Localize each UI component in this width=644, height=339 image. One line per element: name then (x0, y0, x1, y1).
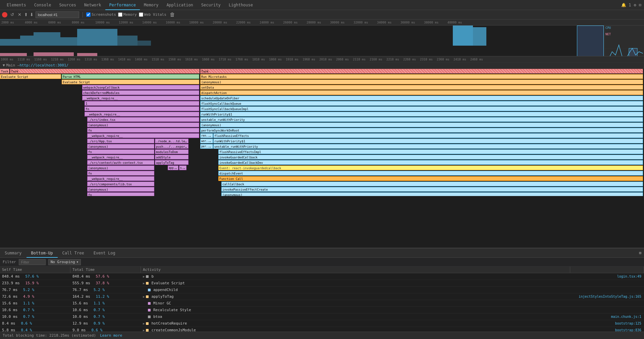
anon-bar2[interactable]: (anonymous) (87, 123, 199, 127)
check-deferred-bar[interactable]: checkDeferredModules (82, 90, 199, 95)
run-with-prio-bar[interactable]: runWithPriority$1 (200, 112, 643, 116)
perform-sync-bar[interactable]: performSyncWorkOnRoot (200, 128, 643, 133)
webpack-require-bar[interactable]: __webpack_require__ (82, 96, 199, 100)
thread-url[interactable]: http://localhost:3001/ (19, 63, 68, 67)
evaluate-script-bar[interactable]: Evaluate Script (0, 74, 61, 79)
panel-resize[interactable]: ⊡ (639, 251, 644, 255)
add-style-bar[interactable]: addStyle (155, 155, 189, 159)
run-with-prio2-bar[interactable]: runWithPriority$1 (213, 139, 643, 143)
flush-passive-bar[interactable]: flushPassiveEffects (213, 133, 643, 138)
src-app-bar[interactable]: ./src/App.tsx (87, 139, 154, 143)
tab-application[interactable]: Application (162, 0, 197, 10)
download-button[interactable]: ⬇ (30, 12, 34, 17)
tab-call-tree[interactable]: Call Tree (58, 248, 89, 258)
push-exports-bar[interactable]: push.../...exports (155, 144, 189, 149)
run-microtasks-bar[interactable]: Run Microtasks (200, 74, 643, 79)
expand-arrow[interactable]: ▶ (143, 329, 145, 332)
call-callback-bar[interactable]: callCallback (221, 182, 643, 186)
modules-dom-bar[interactable]: modulesToDom (155, 149, 189, 154)
expand-arrow[interactable]: ▶ (143, 322, 145, 325)
tab-bottom-up[interactable]: Bottom-Up (26, 248, 58, 258)
invoke-guarded-dev-bar[interactable]: invokeGuardedCallbackDev (218, 160, 643, 165)
flush-sync-bar[interactable]: flushSyncCallbackQueue (200, 101, 643, 106)
webpack-req4-bar[interactable]: __webpack_require__ (87, 155, 154, 159)
link-cell[interactable]: login.tsx:49 (570, 274, 644, 279)
flush-sync-impl-bar[interactable]: flushSyncCallbackQueueImpl (200, 106, 643, 111)
source-link[interactable]: login.tsx:49 (617, 275, 641, 278)
link-cell[interactable]: bootstrap:836 (570, 328, 644, 332)
lib-tsx-bar[interactable]: ./src/components/lib.tsx (87, 182, 154, 186)
link-cell[interactable]: main.chunk.js:1 (570, 314, 644, 319)
expand-arrow[interactable]: ▶ (143, 282, 145, 285)
tab-memory[interactable]: Memory (140, 0, 162, 10)
timeline-overview[interactable]: 2000 ms 4000 ms 6000 ms 8000 ms 10000 ms… (0, 19, 644, 56)
dock-icon[interactable]: ⊡ (639, 3, 641, 7)
eval-script-bar2[interactable]: Evaluate Script (62, 80, 199, 84)
upload-button[interactable]: ⬆ (24, 12, 28, 17)
settings-icon[interactable]: ⚙ (634, 3, 636, 7)
wor-inc-bar[interactable]: wor...inc (200, 139, 213, 143)
fn-bar2[interactable]: fn (87, 128, 199, 133)
record-button[interactable] (2, 12, 7, 17)
unstable-run-bar[interactable]: unstable_runWithPriority (200, 117, 643, 122)
expand-arrow[interactable]: ▶ (143, 295, 145, 298)
auth-context-bar[interactable]: ./src/context/auth-context.tsx (87, 160, 154, 165)
learn-more-link[interactable]: Learn more (100, 333, 122, 338)
webpack-req-bar2[interactable]: __webpack_require__ (85, 112, 199, 116)
event-react-bar[interactable]: Event: react-invokeguardedcallback (218, 165, 643, 170)
node-td-less-bar[interactable]: ./node_m...td.less (155, 139, 189, 143)
apply-to-tag-bar[interactable]: applyToTag (155, 160, 189, 165)
function-call-bar[interactable]: Function Call (218, 176, 643, 181)
memory-checkbox[interactable] (118, 12, 122, 17)
ren-inc-bar[interactable]: ren...inc (200, 133, 213, 138)
tab-security[interactable]: Security (197, 0, 225, 10)
appld-bar[interactable]: app...ld (168, 165, 178, 170)
header-total-time[interactable]: Total Time (70, 267, 141, 273)
source-link[interactable]: bootstrap:836 (615, 328, 641, 332)
tab-elements[interactable]: Elements (3, 0, 30, 10)
fn-bar4[interactable]: fn (87, 171, 154, 176)
flush-passive-impl-bar[interactable]: flushPassiveEffectsImpl (218, 149, 643, 154)
selection-overlay[interactable] (577, 26, 604, 56)
tab-lighthouse[interactable]: Lighthouse (225, 0, 257, 10)
invoke-guarded-bar[interactable]: invokeGuardedCallback (218, 155, 643, 159)
webpack-req5-bar[interactable]: __webpack_require__ (87, 176, 154, 181)
anon-bar[interactable]: (anonymous) (200, 80, 643, 84)
schedule-update-bar[interactable]: scheduleUpdateOnFiber (200, 96, 643, 100)
unstable-run2-bar[interactable]: unstable_runWithPriority (213, 144, 643, 149)
invoke-passive-bar[interactable]: invokePassiveEffectCreate (221, 187, 643, 192)
s-bar[interactable]: s... (179, 165, 186, 170)
header-self-time[interactable]: Self Time (0, 267, 70, 273)
web-vitals-checkbox[interactable] (139, 12, 143, 17)
timeline-chart-area[interactable]: CPU NET (0, 26, 644, 56)
fn-bar3[interactable]: fn (87, 149, 154, 154)
anon-bar4[interactable]: (anonymous) (87, 144, 154, 149)
expand-arrow[interactable]: ▶ (143, 275, 145, 278)
tab-sources[interactable]: Sources (55, 0, 80, 10)
anon-bar5[interactable]: (anonymous) (87, 165, 154, 170)
one-bar[interactable]: 1 (85, 101, 199, 106)
link-cell[interactable]: bootstrap:125 (570, 321, 644, 326)
per-rk-bar[interactable]: per...rk (200, 144, 213, 149)
source-link[interactable]: injectStylesIntoStyleTag.js:165 (579, 295, 641, 298)
dispatch-action-bar[interactable]: dispatchAction (200, 90, 643, 95)
webpack-jsonp-bar[interactable]: webpackJsonpCallback (82, 85, 199, 90)
reload-button[interactable]: ↺ (9, 12, 15, 17)
thread-expand-icon[interactable]: ▼ (3, 63, 5, 67)
filter-input[interactable] (19, 259, 46, 265)
src-index-bar[interactable]: ./src/index.tsx (87, 117, 199, 122)
tab-performance[interactable]: Performance (105, 0, 140, 10)
dispatch-event-bar[interactable]: dispatchEvent (218, 171, 643, 176)
anon-bar6[interactable]: (anonymous) (87, 187, 154, 192)
setdata-bar[interactable]: setData (200, 85, 643, 90)
tab-event-log[interactable]: Event Log (89, 248, 120, 258)
header-activity[interactable]: Activity (141, 267, 570, 273)
webpack-req-bar3[interactable]: __webpack_require__ (87, 133, 199, 138)
task-bar-long[interactable]: Task (10, 69, 200, 74)
source-link[interactable]: bootstrap:125 (615, 322, 641, 325)
memory-checkbox-label[interactable]: Memory (118, 12, 137, 17)
parse-html-bar[interactable]: Parse HTML (62, 74, 199, 79)
fn-bar[interactable]: fn (85, 106, 199, 111)
task-bar-long2[interactable]: Task (200, 69, 643, 74)
clear-recordings-button[interactable]: 🗑 (170, 12, 175, 18)
